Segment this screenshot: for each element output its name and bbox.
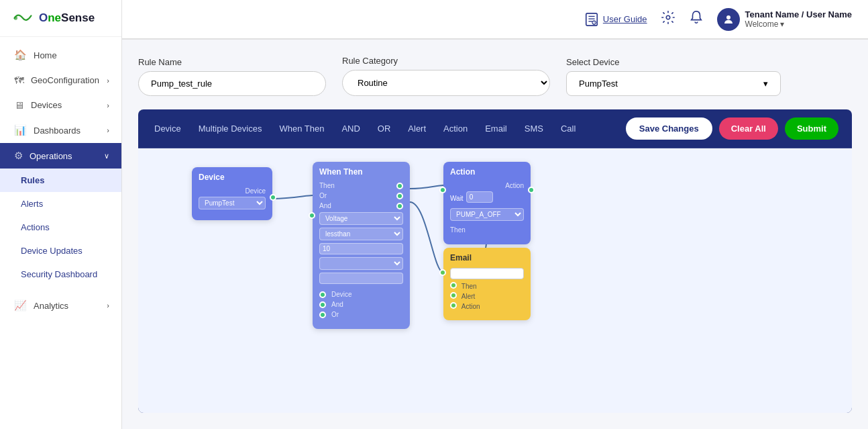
onesense-logo-icon	[12, 11, 34, 26]
wait-input[interactable]	[466, 191, 493, 203]
operations-icon: ⚙	[14, 150, 23, 162]
device-node-select[interactable]: PumpTest	[199, 197, 266, 209]
settings-icon[interactable]	[661, 10, 675, 28]
sidebar-item-label: Dashboards	[34, 126, 80, 136]
or-dot	[396, 193, 403, 199]
device-dot-bottom	[319, 291, 326, 298]
email-alert-dot	[450, 292, 457, 299]
email-action-dot	[450, 302, 457, 309]
geo-icon: 🗺	[14, 75, 24, 86]
tab-multiple-devices[interactable]: Multiple Devices	[196, 122, 265, 135]
page-body: Rule Name Rule Category Routine Alert Sc…	[122, 40, 868, 429]
or-label-bottom: Or	[331, 311, 347, 318]
sidebar-logo: OneSense	[0, 0, 121, 37]
sidebar-sub-label: Actions	[21, 222, 50, 232]
extra-select[interactable]	[319, 257, 403, 270]
pump-select[interactable]: PUMP_A_OFF	[450, 208, 524, 221]
email-input[interactable]	[450, 268, 524, 279]
rule-name-input[interactable]	[138, 71, 326, 96]
form-row: Rule Name Rule Category Routine Alert Sc…	[138, 56, 852, 96]
notification-icon[interactable]	[689, 10, 704, 28]
or-dot-bottom	[319, 312, 326, 318]
email-node-title: Email	[450, 253, 524, 263]
dashboards-icon: 📊	[14, 124, 27, 136]
tab-alert[interactable]: Alert	[405, 122, 429, 135]
user-guide-link[interactable]: ? User Guide	[584, 12, 647, 27]
sidebar-item-devices[interactable]: 🖥 Devices ›	[0, 93, 121, 117]
tab-sms[interactable]: SMS	[522, 122, 546, 135]
submit-button[interactable]: Submit	[785, 117, 838, 140]
sidebar-item-label: Devices	[31, 100, 62, 110]
sidebar-item-analytics[interactable]: 📈 Analytics ›	[0, 293, 121, 318]
chevron-right-icon: ›	[107, 77, 109, 85]
sidebar-sub-label: Device Updates	[21, 246, 83, 256]
logo-text: OneSense	[39, 11, 95, 25]
and-label: And	[319, 202, 335, 209]
user-guide-label: User Guide	[603, 14, 647, 24]
email-action-label: Action	[462, 303, 480, 310]
sidebar: OneSense 🏠 Home 🗺 GeoConfiguration › 🖥 D…	[0, 0, 122, 429]
sidebar-item-label: Home	[34, 50, 57, 60]
action-label: Action	[450, 182, 524, 189]
action-output-dot	[528, 187, 535, 193]
sidebar-item-device-updates[interactable]: Device Updates	[0, 239, 121, 263]
tab-or[interactable]: OR	[375, 122, 394, 135]
rule-category-select[interactable]: Routine Alert Scheduled	[342, 70, 550, 96]
or-label: Or	[319, 192, 335, 199]
action-node: Action Action Wait PUMP_A_OFF Then	[443, 162, 531, 244]
or-row-bottom: Or	[319, 311, 403, 318]
when-then-node: When Then Then Or And Voltage lessthan	[313, 162, 410, 329]
chevron-down-icon: ▾	[763, 79, 768, 89]
threshold-input[interactable]	[319, 243, 403, 254]
voltage-select[interactable]: Voltage	[319, 212, 403, 225]
email-node: Email Then Alert Action	[443, 248, 531, 320]
sidebar-item-home[interactable]: 🏠 Home	[0, 42, 121, 68]
and-label-bottom: And	[331, 301, 347, 308]
sidebar-sub-label: Alerts	[21, 199, 43, 209]
tab-email[interactable]: Email	[482, 122, 510, 135]
tab-device[interactable]: Device	[152, 122, 184, 135]
action-input-dot	[439, 187, 446, 193]
rule-category-group: Rule Category Routine Alert Scheduled	[342, 56, 550, 96]
chevron-right-icon: ›	[107, 126, 109, 134]
canvas-toolbar: Device Multiple Devices When Then AND OR…	[138, 109, 852, 148]
and-dot-bottom	[319, 301, 326, 308]
sidebar-item-security-dashboard[interactable]: Security Dashboard	[0, 263, 121, 286]
save-changes-button[interactable]: Save Changes	[626, 117, 712, 140]
email-alert-label: Alert	[462, 293, 476, 300]
tab-and[interactable]: AND	[339, 122, 362, 135]
user-name: Tenant Name / User Name	[745, 9, 852, 19]
extra-input[interactable]	[319, 273, 403, 284]
device-value: PumpTest	[579, 79, 618, 89]
device-output-dot	[270, 194, 276, 201]
email-then-dot	[450, 282, 457, 289]
sidebar-item-rules[interactable]: Rules	[0, 169, 121, 192]
condition-select[interactable]: lessthan	[319, 228, 403, 240]
when-then-input-dot	[309, 212, 315, 219]
chevron-down-icon: ▾	[780, 19, 784, 29]
canvas-container: Device Multiple Devices When Then AND OR…	[138, 109, 852, 413]
chevron-down-icon: ∨	[104, 152, 109, 160]
device-row-bottom: Device	[319, 291, 403, 298]
sidebar-item-alerts[interactable]: Alerts	[0, 192, 121, 216]
tab-call[interactable]: Call	[558, 122, 578, 135]
email-alert-row: Alert	[450, 292, 524, 300]
sidebar-item-dashboards[interactable]: 📊 Dashboards ›	[0, 117, 121, 143]
tab-when-then[interactable]: When Then	[276, 122, 327, 135]
chevron-right-icon: ›	[107, 101, 109, 109]
action-then-row: Then	[450, 226, 524, 234]
sidebar-item-actions[interactable]: Actions	[0, 216, 121, 239]
select-device-dropdown[interactable]: PumpTest ▾	[566, 71, 781, 96]
rule-category-label: Rule Category	[342, 56, 550, 66]
sidebar-sub-label: Security Dashboard	[21, 269, 97, 279]
sidebar-item-geo[interactable]: 🗺 GeoConfiguration ›	[0, 68, 121, 93]
select-device-group: Select Device PumpTest ▾	[566, 57, 781, 96]
sidebar-item-operations[interactable]: ⚙ Operations ∨	[0, 143, 121, 169]
analytics-icon: 📈	[14, 299, 27, 312]
main-content: ? User Guide Tenant Name	[122, 0, 868, 429]
tab-action[interactable]: Action	[441, 122, 470, 135]
email-then-label: Then	[462, 283, 477, 290]
clear-all-button[interactable]: Clear All	[719, 117, 778, 140]
user-menu[interactable]: Tenant Name / User Name Welcome ▾	[717, 8, 852, 31]
toolbar-actions: Save Changes Clear All Submit	[626, 117, 838, 140]
